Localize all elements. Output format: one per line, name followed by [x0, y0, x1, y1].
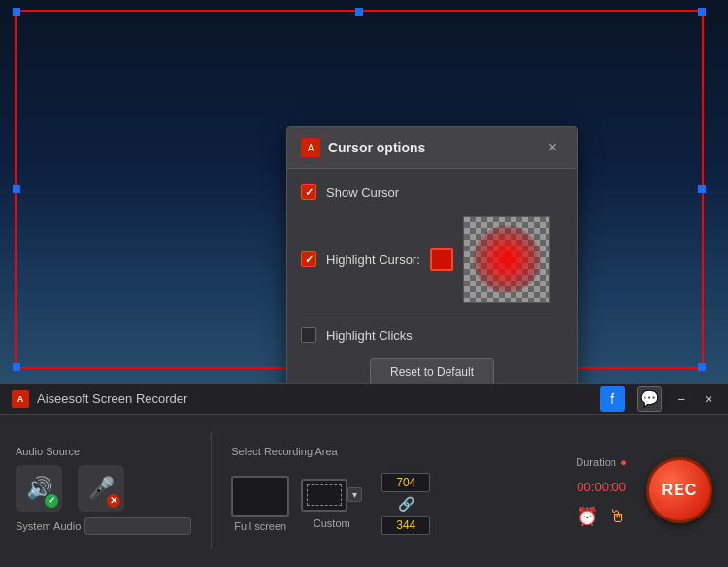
show-cursor-row: ✓ Show Cursor	[301, 184, 563, 200]
handle-bottom-right[interactable]	[698, 363, 706, 371]
brand-name: Aiseesoft Screen Recorder	[37, 391, 187, 406]
audio-source-label: Audio Source	[16, 446, 191, 457]
brand-icon: A	[12, 390, 29, 408]
highlight-cursor-row: ✓ Highlight Cursor:	[301, 216, 563, 303]
cursor-icon[interactable]: 🖱	[610, 507, 627, 527]
highlight-clicks-row: Highlight Clicks	[301, 327, 563, 343]
dialog-title-group: A Cursor options	[301, 138, 425, 157]
dialog-close-button[interactable]: ×	[543, 137, 563, 158]
microphone-icon[interactable]: 🎤 ✕	[78, 465, 124, 512]
recording-area-label: Select Recording Area	[231, 446, 430, 457]
fullscreen-preview[interactable]	[231, 476, 289, 517]
cursor-options-dialog: A Cursor options × ✓ Show Cursor ✓ Highl…	[286, 126, 578, 402]
custom-dropdown-button[interactable]: ▾	[347, 487, 362, 502]
microphone-status: ✕	[107, 494, 120, 508]
highlight-preview	[430, 216, 550, 303]
handle-top-center[interactable]	[355, 8, 363, 16]
cursor-glow	[473, 225, 541, 293]
toolbar-body: Audio Source 🔊 ✓ 🎤 ✕ Sy	[0, 415, 728, 565]
cursor-preview-box	[463, 216, 550, 303]
divider	[301, 317, 563, 317]
toolbar-header: A Aiseesoft Screen Recorder f 💬 − ×	[0, 384, 728, 415]
chat-button[interactable]: 💬	[637, 386, 662, 412]
system-audio-wrapper: 🔊 ✓	[16, 465, 62, 512]
toolbar-brand: A Aiseesoft Screen Recorder	[12, 390, 187, 408]
system-audio-text-label: System Audio	[16, 520, 81, 532]
dialog-title: Cursor options	[328, 140, 425, 155]
area-options: Full screen ▾ Custom 🔗	[231, 473, 430, 535]
color-swatch[interactable]	[430, 248, 453, 271]
highlight-clicks-checkbox[interactable]	[301, 327, 316, 343]
show-cursor-label: Show Cursor	[326, 185, 399, 200]
highlight-cursor-checkbox[interactable]: ✓	[301, 251, 316, 267]
duration-value: 00:00:00	[577, 480, 626, 494]
handle-bottom-left[interactable]	[13, 363, 20, 371]
dialog-app-icon: A	[301, 138, 320, 157]
reset-to-default-button[interactable]: Reset to Default	[370, 358, 494, 385]
handle-middle-right[interactable]	[698, 185, 706, 193]
audio-dropdown[interactable]	[84, 517, 191, 535]
duration-status-dot: ●	[620, 456, 627, 468]
show-cursor-checkbox[interactable]: ✓	[301, 184, 316, 200]
resolution-inputs: 🔗	[381, 473, 430, 535]
audio-icons: 🔊 ✓ 🎤 ✕	[16, 465, 191, 512]
highlight-clicks-label: Highlight Clicks	[326, 328, 413, 343]
handle-top-left[interactable]	[13, 8, 20, 16]
dialog-body: ✓ Show Cursor ✓ Highlight Cursor:	[287, 169, 577, 401]
system-audio-status: ✓	[45, 494, 58, 508]
toolbar: A Aiseesoft Screen Recorder f 💬 − × Audi…	[0, 383, 728, 567]
minimize-button[interactable]: −	[674, 389, 689, 409]
handle-middle-left[interactable]	[13, 185, 20, 193]
recording-area-section: Select Recording Area Full screen ▾ Cust…	[231, 446, 430, 535]
toolbar-window-controls: f 💬 − ×	[600, 386, 716, 412]
system-audio-icon[interactable]: 🔊 ✓	[16, 465, 62, 512]
handle-top-right[interactable]	[698, 8, 706, 16]
highlight-cursor-label: Highlight Cursor:	[326, 252, 420, 267]
height-input[interactable]	[381, 516, 430, 535]
alarm-icon[interactable]: ⏰	[577, 506, 598, 527]
rec-button[interactable]: REC	[646, 457, 712, 523]
link-icon: 🔗	[398, 496, 414, 512]
custom-area-button[interactable]	[301, 479, 347, 512]
audio-source-section: Audio Source 🔊 ✓ 🎤 ✕ Sy	[16, 446, 191, 535]
close-button[interactable]: ×	[701, 389, 716, 409]
fullscreen-label: Full screen	[234, 520, 286, 532]
microphone-wrapper: 🎤 ✕	[78, 465, 124, 512]
width-input[interactable]	[381, 473, 430, 492]
duration-label: Duration	[576, 456, 616, 468]
dialog-header: A Cursor options ×	[287, 127, 577, 169]
custom-area-wrapper: ▾ Custom	[301, 479, 362, 529]
bottom-icons: ⏰ 🖱	[577, 506, 627, 527]
custom-label: Custom	[314, 517, 350, 529]
divider-vertical	[211, 432, 212, 549]
facebook-button[interactable]: f	[600, 386, 625, 412]
rec-section: Duration ● 00:00:00 ⏰ 🖱	[576, 452, 627, 527]
